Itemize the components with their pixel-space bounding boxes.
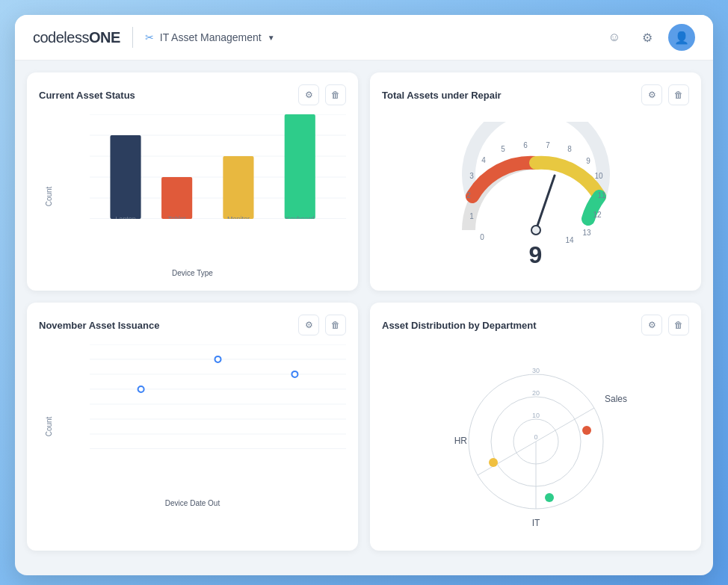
radar-delete-button[interactable]: 🗑 <box>668 315 689 335</box>
svg-point-54 <box>215 356 221 362</box>
svg-rect-12 <box>110 135 141 219</box>
line-chart-delete-button[interactable]: 🗑 <box>325 315 346 335</box>
bar-chart-inner: 0 5.0 10.0 15.0 20.0 25.0 Laptop Tablet <box>69 114 346 241</box>
line-chart-widget: November Asset Issuance ⚙ 🗑 Count <box>27 303 358 551</box>
svg-rect-18 <box>285 114 315 219</box>
svg-text:Sales: Sales <box>605 394 627 404</box>
svg-text:30: 30 <box>531 367 539 374</box>
dashboard-grid: Current Asset Status ⚙ 🗑 Count <box>15 61 713 563</box>
gauge-svg: 0 1 2 3 4 5 6 7 8 9 10 11 12 13 14 <box>431 122 641 249</box>
svg-line-35 <box>536 176 555 230</box>
line-chart-header: November Asset Issuance ⚙ 🗑 <box>39 315 346 335</box>
svg-text:IT: IT <box>531 518 540 528</box>
radar-settings-button[interactable]: ⚙ <box>641 315 662 335</box>
line-chart-inner: 0 1.0 2.0 3.0 4.0 5.0 6.0 7.0 <box>69 344 346 471</box>
line-chart-actions: ⚙ 🗑 <box>298 315 346 335</box>
radar-widget: Asset Distribution by Department ⚙ 🗑 <box>370 303 701 551</box>
svg-line-63 <box>536 408 594 442</box>
svg-text:20: 20 <box>531 389 539 397</box>
logo-text: codeless <box>33 29 89 46</box>
svg-point-73 <box>582 426 591 435</box>
app-title-text: IT Asset Management <box>160 31 262 43</box>
svg-text:3: 3 <box>469 172 474 180</box>
svg-text:Keyboard: Keyboard <box>286 215 315 219</box>
line-chart-x-label: Device Date Out <box>165 499 220 507</box>
radar-header: Asset Distribution by Department ⚙ 🗑 <box>382 315 689 335</box>
radar-svg: 0 10 20 30 HR Sales IT <box>431 348 641 535</box>
svg-text:0: 0 <box>480 233 484 241</box>
line-chart-title: November Asset Issuance <box>39 320 159 331</box>
bar-chart-actions: ⚙ 🗑 <box>298 84 346 105</box>
svg-point-74 <box>545 493 554 502</box>
gauge-title: Total Assets under Repair <box>382 90 502 101</box>
svg-text:10: 10 <box>594 172 603 180</box>
user-avatar-button[interactable]: 👤 <box>668 24 695 51</box>
svg-text:5: 5 <box>501 145 505 153</box>
svg-point-36 <box>531 226 540 235</box>
app-title-area: ✂ IT Asset Management ▼ <box>145 31 275 43</box>
bar-chart-widget: Current Asset Status ⚙ 🗑 Count <box>27 72 358 291</box>
svg-text:4: 4 <box>481 156 486 164</box>
svg-text:1: 1 <box>469 212 474 220</box>
svg-text:2: 2 <box>466 191 471 199</box>
header: codelessONE ✂ IT Asset Management ▼ ☺ ⚙ … <box>15 15 713 61</box>
header-actions: ☺ ⚙ 👤 <box>602 24 695 51</box>
radar-title: Asset Distribution by Department <box>382 320 537 331</box>
svg-text:13: 13 <box>582 229 591 237</box>
gauge-settings-button[interactable]: ⚙ <box>641 84 662 105</box>
svg-point-72 <box>489 458 498 467</box>
svg-text:8: 8 <box>567 145 572 153</box>
svg-text:Laptop: Laptop <box>115 215 136 219</box>
svg-point-53 <box>138 386 144 392</box>
svg-text:9: 9 <box>586 157 590 165</box>
wrench-icon: ✂ <box>145 31 154 43</box>
bar-chart-title: Current Asset Status <box>39 90 135 101</box>
line-chart-settings-button[interactable]: ⚙ <box>298 315 319 335</box>
radar-actions: ⚙ 🗑 <box>641 315 689 335</box>
app-container: codelessONE ✂ IT Asset Management ▼ ☺ ⚙ … <box>15 15 713 575</box>
bar-chart-svg: 0 5.0 10.0 15.0 20.0 25.0 Laptop Tablet <box>90 114 346 219</box>
svg-text:0: 0 <box>534 433 537 441</box>
bar-chart-y-label: Count <box>45 187 53 207</box>
svg-rect-16 <box>223 156 253 219</box>
line-chart-area: Count 0 1.0 2. <box>39 344 346 509</box>
svg-point-55 <box>291 371 297 377</box>
gauge-container: 0 1 2 3 4 5 6 7 8 9 10 11 12 13 14 <box>382 114 689 276</box>
svg-text:14: 14 <box>565 236 574 244</box>
svg-text:Tablet: Tablet <box>168 215 187 219</box>
gauge-value-text: 9 <box>529 241 543 269</box>
line-chart-y-label: Count <box>45 417 53 437</box>
svg-text:11: 11 <box>597 191 606 199</box>
settings-button[interactable]: ⚙ <box>635 25 659 49</box>
bar-chart-header: Current Asset Status ⚙ 🗑 <box>39 84 346 105</box>
emoji-button[interactable]: ☺ <box>602 25 626 49</box>
bar-chart-settings-button[interactable]: ⚙ <box>298 84 319 105</box>
gauge-delete-button[interactable]: 🗑 <box>668 84 689 105</box>
gauge-widget: Total Assets under Repair ⚙ 🗑 <box>370 72 701 291</box>
radar-container: 0 10 20 30 HR Sales IT <box>382 344 689 539</box>
line-chart-svg: 0 1.0 2.0 3.0 4.0 5.0 6.0 7.0 <box>90 344 346 449</box>
bar-chart-area: Count 0 5.0 10.0 15.0 <box>39 114 346 279</box>
svg-rect-14 <box>161 177 192 219</box>
svg-text:HR: HR <box>454 436 467 446</box>
gauge-actions: ⚙ 🗑 <box>641 84 689 105</box>
bar-chart-delete-button[interactable]: 🗑 <box>325 84 346 105</box>
svg-text:6: 6 <box>523 141 528 149</box>
svg-text:12: 12 <box>593 211 602 219</box>
logo-bold: ONE <box>89 29 120 46</box>
svg-text:7: 7 <box>546 141 550 149</box>
header-divider <box>132 27 133 48</box>
chevron-down-icon: ▼ <box>268 34 275 42</box>
svg-line-62 <box>478 442 536 475</box>
bar-chart-x-label: Device Type <box>172 269 213 277</box>
gauge-header: Total Assets under Repair ⚙ 🗑 <box>382 84 689 105</box>
svg-text:10: 10 <box>531 412 539 419</box>
svg-text:Monitor: Monitor <box>227 215 250 219</box>
logo: codelessONE <box>33 29 120 46</box>
user-icon: 👤 <box>674 31 689 45</box>
